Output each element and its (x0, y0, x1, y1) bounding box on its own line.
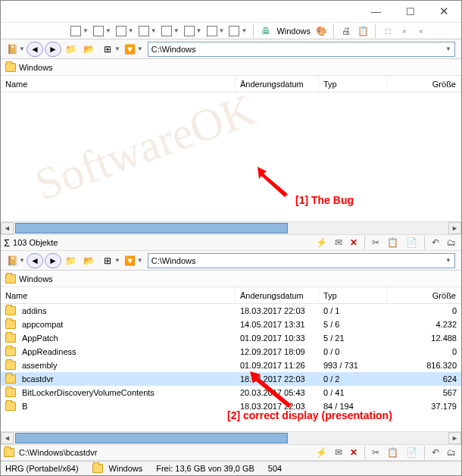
col-date[interactable]: Änderungsdatum (236, 287, 319, 303)
minimize-button[interactable]: — (359, 1, 393, 22)
close-button[interactable]: ✕ (427, 1, 461, 22)
table-row[interactable]: appcompat14.05.2017 13:315 / 64.232 (1, 318, 461, 331)
explorer-icon[interactable]: 🗂 (445, 447, 458, 458)
cut-icon[interactable]: ✂ (370, 447, 382, 458)
paste-icon[interactable]: 📄 (404, 237, 420, 248)
layout-1-icon[interactable] (70, 26, 81, 36)
filter-button[interactable]: 🔽 (122, 42, 139, 57)
layout-5-icon[interactable] (161, 26, 172, 36)
layout-4-icon[interactable] (139, 26, 149, 36)
hscroll-bottom[interactable]: ◄ ► (1, 431, 461, 444)
breadcrumb-label: Windows (19, 63, 53, 72)
file-typ: 0 / 2 (319, 374, 387, 384)
scroll-left-icon[interactable]: ◄ (1, 432, 14, 444)
bookmarks-icon[interactable]: 📔 (4, 42, 20, 57)
layout-6-icon[interactable] (184, 26, 195, 36)
mail-icon[interactable]: ✉ (332, 237, 345, 248)
file-date: 12.09.2017 18:09 (236, 347, 319, 356)
back-button[interactable]: ◄ (27, 253, 43, 268)
columns-header-bottom[interactable]: Name Änderungsdatum Typ Größe (1, 287, 461, 304)
file-date: 14.05.2017 13:31 (236, 320, 319, 329)
address-bar-top[interactable]: C:\Windows ▼ (148, 42, 455, 57)
table-row[interactable]: addins18.03.2017 22:030 / 10 (1, 304, 461, 318)
breadcrumb-top[interactable]: Windows (1, 59, 461, 76)
folder-icon (5, 334, 16, 343)
col-size[interactable]: Größe (387, 287, 461, 303)
scroll-right-icon[interactable]: ► (448, 222, 461, 234)
back-button[interactable]: ◄ (27, 42, 43, 57)
paste-icon[interactable]: 📄 (404, 447, 420, 458)
bookmarks-icon[interactable]: 📔 (4, 253, 20, 268)
table-row[interactable]: AppPatch01.09.2017 10:335 / 2112.488 (1, 331, 461, 345)
table-row[interactable]: BitLockerDiscoveryVolumeContents20.03.20… (1, 386, 461, 399)
table-row[interactable]: bcastdvr18.03.2017 22:030 / 2624 (1, 372, 461, 386)
mail-icon[interactable]: ✉ (332, 447, 345, 458)
pane-bottom-toolbar: 📔▼ ◄ ► 📁 📂 ⊞▼ 🔽▼ C:\Windows ▼ (1, 251, 461, 271)
explorer-icon[interactable]: 🗂 (445, 237, 458, 248)
opt2-icon[interactable]: ▫ (415, 25, 427, 37)
logo-text: Windows (276, 27, 311, 36)
layout-7-icon[interactable] (207, 26, 217, 36)
forward-button[interactable]: ► (45, 253, 61, 268)
arrow-1-icon (258, 167, 295, 197)
filter-button[interactable]: 🔽 (122, 253, 139, 268)
zoom-icon[interactable]: ⬚ (382, 25, 394, 37)
columns-header-top[interactable]: Name Änderungsdatum Typ Größe (1, 76, 461, 92)
table-row[interactable]: AppReadiness12.09.2017 18:090 / 00 (1, 345, 461, 359)
forward-button[interactable]: ► (45, 42, 61, 57)
arrow-2-icon (250, 371, 295, 409)
up-button[interactable]: 📁 (63, 253, 80, 268)
scroll-left-icon[interactable]: ◄ (1, 222, 14, 234)
file-name: AppReadiness (22, 347, 76, 356)
file-size: 4.232 (387, 320, 461, 329)
view-button[interactable]: ⊞ (99, 42, 116, 57)
view-button[interactable]: ⊞ (99, 253, 116, 268)
flash-icon[interactable]: ⚡ (314, 447, 329, 458)
col-typ[interactable]: Typ (319, 287, 387, 303)
status-mid: Windows (109, 464, 143, 473)
folder-icon (5, 320, 16, 329)
print-icon[interactable]: 🖨 (340, 25, 352, 37)
svg-marker-1 (250, 371, 292, 408)
file-size: 12.488 (387, 334, 461, 343)
printer-icon[interactable]: 🖶 (260, 25, 272, 37)
breadcrumb-bottom[interactable]: Windows (1, 271, 461, 287)
paint-icon[interactable]: 🎨 (315, 25, 327, 37)
col-size[interactable]: Größe (387, 76, 461, 92)
file-typ: 0 / 41 (319, 388, 387, 397)
undo-icon[interactable]: ↶ (429, 237, 442, 248)
folder-icon (5, 274, 16, 283)
up-button[interactable]: 📁 (63, 42, 80, 57)
scroll-right-icon[interactable]: ► (448, 432, 461, 444)
annotation-1: [1] The Bug (295, 194, 354, 206)
layout-8-icon[interactable] (229, 26, 239, 36)
folder-button[interactable]: 📂 (81, 253, 98, 268)
col-name[interactable]: Name (1, 287, 236, 303)
table-row[interactable]: assembly01.09.2017 11:26993 / 731816.320 (1, 359, 461, 372)
file-date: 18.03.2017 22:03 (236, 306, 319, 315)
delete-icon[interactable]: ✕ (348, 447, 360, 458)
address-bar-bottom[interactable]: C:\Windows ▼ (148, 253, 455, 268)
copy2-icon[interactable]: 📋 (385, 447, 401, 458)
file-size: 0 (387, 306, 461, 315)
opt-icon[interactable]: ▫ (398, 25, 410, 37)
flash-icon[interactable]: ⚡ (314, 237, 329, 248)
file-list-top[interactable] (1, 92, 461, 221)
pane-top-toolbar: 📔▼ ◄ ► 📁 📂 ⊞▼ 🔽▼ C:\Windows ▼ (1, 39, 461, 59)
cut-icon[interactable]: ✂ (370, 237, 382, 248)
delete-icon[interactable]: ✕ (348, 237, 360, 248)
layout-3-icon[interactable] (116, 26, 126, 36)
col-typ[interactable]: Typ (319, 76, 387, 92)
copy-icon[interactable]: 📋 (357, 25, 369, 37)
hscroll-top[interactable]: ◄ ► (1, 221, 461, 234)
file-typ: 0 / 1 (319, 306, 387, 315)
folder-button[interactable]: 📂 (81, 42, 98, 57)
undo-icon[interactable]: ↶ (429, 447, 442, 458)
copy2-icon[interactable]: 📋 (385, 237, 401, 248)
col-name[interactable]: Name (1, 76, 236, 92)
maximize-button[interactable]: ☐ (393, 1, 427, 22)
col-date[interactable]: Änderungsdatum (236, 76, 319, 92)
layout-2-icon[interactable] (93, 26, 104, 36)
status-free: Frei: 13,6 GB von 39,0 GB (156, 464, 254, 473)
folder-icon (5, 63, 16, 72)
